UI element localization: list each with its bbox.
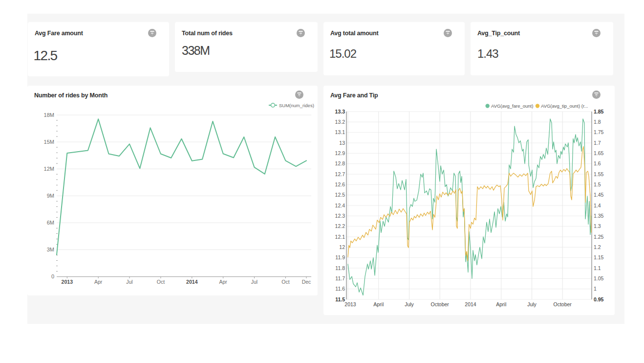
svg-text:1.25: 1.25 <box>594 234 604 240</box>
svg-text:1.05: 1.05 <box>594 275 604 281</box>
svg-text:12M: 12M <box>44 166 54 172</box>
svg-text:Apr: Apr <box>219 279 228 285</box>
svg-text:1.2: 1.2 <box>594 244 601 250</box>
svg-text:15M: 15M <box>44 139 54 145</box>
svg-text:2014: 2014 <box>465 301 476 307</box>
svg-text:2013: 2013 <box>62 279 73 285</box>
svg-text:2013: 2013 <box>344 301 356 307</box>
svg-text:October: October <box>554 301 572 307</box>
svg-text:1.65: 1.65 <box>594 150 604 156</box>
svg-text:12.1: 12.1 <box>335 234 345 240</box>
svg-text:1: 1 <box>594 286 597 292</box>
svg-text:Apr: Apr <box>94 279 103 285</box>
svg-text:April: April <box>373 301 384 307</box>
svg-text:13.2: 13.2 <box>335 119 345 125</box>
svg-text:12.5: 12.5 <box>335 192 345 198</box>
svg-text:12.7: 12.7 <box>335 171 345 177</box>
svg-text:11.6: 11.6 <box>335 286 345 292</box>
svg-text:1.35: 1.35 <box>594 213 604 219</box>
svg-text:1.3: 1.3 <box>594 223 601 229</box>
svg-text:12.4: 12.4 <box>335 203 345 208</box>
svg-text:0.95: 0.95 <box>594 296 604 302</box>
svg-text:13: 13 <box>339 140 345 146</box>
svg-text:Jul: Jul <box>251 279 258 285</box>
svg-text:18M: 18M <box>44 112 54 118</box>
svg-text:April: April <box>496 301 506 307</box>
svg-text:AVG(avg_tip_ount) (r...: AVG(avg_tip_ount) (r... <box>541 103 588 109</box>
svg-text:1.15: 1.15 <box>594 254 604 260</box>
svg-text:11.8: 11.8 <box>335 265 345 271</box>
svg-text:1.55: 1.55 <box>594 171 604 177</box>
svg-text:Oct: Oct <box>281 279 289 285</box>
svg-text:1.45: 1.45 <box>594 192 604 198</box>
svg-text:12.2: 12.2 <box>335 223 345 229</box>
svg-text:1.5: 1.5 <box>594 182 601 187</box>
svg-text:12.6: 12.6 <box>335 182 345 187</box>
svg-text:12.3: 12.3 <box>335 213 345 219</box>
svg-text:13.3: 13.3 <box>335 109 345 114</box>
svg-text:Oct: Oct <box>157 279 165 285</box>
svg-text:11.9: 11.9 <box>335 254 345 260</box>
svg-text:July: July <box>405 301 414 307</box>
svg-text:SUM(num_rides): SUM(num_rides) <box>279 103 314 108</box>
svg-text:1.1: 1.1 <box>594 265 601 271</box>
svg-text:2014: 2014 <box>186 279 198 285</box>
svg-text:0: 0 <box>51 273 54 279</box>
svg-text:July: July <box>527 301 537 307</box>
svg-text:9M: 9M <box>47 193 54 199</box>
svg-text:12: 12 <box>339 244 345 250</box>
svg-text:3M: 3M <box>47 247 54 252</box>
svg-text:1.6: 1.6 <box>594 160 601 166</box>
svg-text:12.8: 12.8 <box>335 160 345 166</box>
svg-text:12.9: 12.9 <box>335 150 345 156</box>
svg-text:October: October <box>431 301 450 307</box>
svg-text:1.4: 1.4 <box>594 203 601 208</box>
svg-text:1.7: 1.7 <box>594 140 601 146</box>
svg-text:1.8: 1.8 <box>594 119 601 125</box>
svg-text:13.1: 13.1 <box>335 129 345 135</box>
svg-text:1.85: 1.85 <box>594 109 604 114</box>
svg-text:11.5: 11.5 <box>335 296 345 302</box>
svg-text:6M: 6M <box>47 220 54 226</box>
svg-text:1.75: 1.75 <box>594 129 604 135</box>
svg-text:AVG(avg_fare_ount): AVG(avg_fare_ount) <box>491 103 533 109</box>
svg-text:11.7: 11.7 <box>335 275 345 281</box>
svg-text:Jul: Jul <box>126 279 132 285</box>
svg-text:Dec: Dec <box>302 279 311 285</box>
